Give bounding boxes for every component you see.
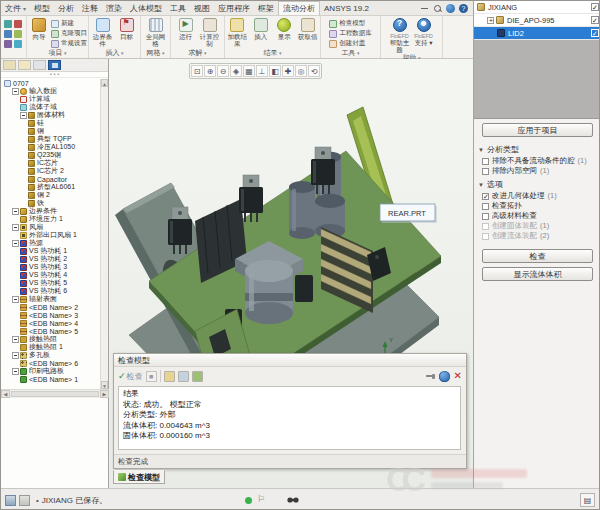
user-icon[interactable] bbox=[446, 4, 455, 13]
ribbon-item-新建[interactable]: 新建 bbox=[51, 19, 87, 28]
menu-tab-人体模型[interactable]: 人体模型 bbox=[126, 1, 166, 15]
section-header-选项[interactable]: ▼选项 bbox=[474, 176, 600, 191]
ribbon-group-label[interactable]: 项目 ▾ bbox=[27, 48, 88, 58]
tree-item[interactable]: 计算域 bbox=[1, 95, 101, 103]
search-icon[interactable] bbox=[433, 4, 442, 13]
collapse-icon[interactable] bbox=[12, 352, 19, 359]
ribbon-item-获取值[interactable]: 获取值 bbox=[297, 18, 320, 40]
tree-item[interactable]: IC芯片 bbox=[1, 159, 101, 167]
scroll-left-icon[interactable]: ◀ bbox=[1, 390, 10, 398]
collapse-icon[interactable] bbox=[12, 224, 19, 231]
tree-vertical-scrollbar[interactable]: ▲ ▼ bbox=[100, 79, 108, 389]
menu-tab-工具[interactable]: 工具 bbox=[166, 1, 190, 15]
status-corner-icon[interactable]: ▤ bbox=[580, 493, 595, 507]
tree-item[interactable]: VS 热功耗 3 bbox=[1, 263, 101, 271]
flow-analysis-tab[interactable] bbox=[48, 60, 61, 70]
menu-tab-框架[interactable]: 框架 bbox=[254, 1, 278, 15]
tree-item[interactable]: VS 热功耗 2 bbox=[1, 255, 101, 263]
collapse-icon[interactable] bbox=[12, 88, 19, 95]
collapse-icon[interactable] bbox=[12, 336, 19, 343]
section-header-分析类型[interactable]: ▼分析类型 bbox=[474, 141, 600, 156]
notification-icon[interactable] bbox=[19, 495, 30, 506]
collapse-icon[interactable] bbox=[12, 368, 19, 375]
tree-item[interactable]: 流体子域 bbox=[1, 103, 101, 111]
collapse-icon[interactable] bbox=[20, 112, 27, 119]
ribbon-item-向导[interactable]: 向导 bbox=[28, 18, 50, 40]
ribbon-item-目标[interactable]: 目标 bbox=[115, 18, 138, 40]
datum-display-icon[interactable]: ✚ bbox=[282, 65, 294, 77]
copy-icon[interactable] bbox=[178, 371, 189, 382]
menu-tab-应用程序[interactable]: 应用程序 bbox=[214, 1, 254, 15]
model-tree-tab[interactable] bbox=[3, 60, 16, 70]
scroll-up-icon[interactable]: ▲ bbox=[101, 79, 108, 87]
tree-item[interactable]: VS 热功耗 5 bbox=[1, 279, 101, 287]
capacitor[interactable] bbox=[289, 181, 315, 239]
check-model-tab[interactable]: 检查模型 bbox=[113, 470, 165, 484]
folder-browser-tab[interactable] bbox=[18, 60, 31, 70]
menu-tab-分析[interactable]: 分析 bbox=[54, 1, 78, 15]
redo-icon[interactable] bbox=[4, 30, 12, 38]
open-icon[interactable] bbox=[164, 371, 175, 382]
ribbon-item-插入[interactable]: 插入 bbox=[250, 18, 273, 40]
option-检查拓扑[interactable]: 检查拓扑 bbox=[474, 201, 600, 211]
ribbon-item-帮助主题[interactable]: FloEFD帮助主题 bbox=[388, 18, 411, 53]
tree-item[interactable]: 铁 bbox=[1, 199, 101, 207]
measure-icon[interactable] bbox=[14, 40, 22, 48]
ribbon-group-label[interactable]: 插入 ▾ bbox=[89, 48, 140, 58]
tree-item[interactable]: 挤型AL6061 bbox=[1, 183, 101, 191]
expand-icon[interactable] bbox=[487, 17, 494, 24]
option-排除内部空间[interactable]: 排除内部空间 (1) bbox=[474, 166, 600, 176]
tree-item[interactable]: <EDB Name> 2 bbox=[1, 303, 101, 311]
tree-item[interactable]: 接触热阻 1 bbox=[1, 343, 101, 351]
checkbox[interactable] bbox=[482, 168, 489, 175]
collapse-icon[interactable] bbox=[12, 296, 19, 303]
tree-item[interactable]: 冷压AL1050 bbox=[1, 143, 101, 151]
ribbon-item-克隆项目[interactable]: 克隆项目 bbox=[51, 29, 87, 38]
component-row-JIXIANG[interactable]: JIXIANG✓ bbox=[474, 1, 600, 14]
ribbon-group-label[interactable]: 结果 ▾ bbox=[225, 48, 320, 58]
menu-tab-渲染[interactable]: 渲染 bbox=[102, 1, 126, 15]
tree-item[interactable]: Q235钢 bbox=[1, 151, 101, 159]
check-button[interactable]: 检查 bbox=[482, 249, 593, 263]
tree-item[interactable]: 辐射表面 bbox=[1, 295, 101, 303]
tree-item[interactable]: 输入数据 bbox=[1, 87, 101, 95]
tree-item[interactable]: <EDB Name> 5 bbox=[1, 327, 101, 335]
reorient-icon[interactable]: ◈ bbox=[230, 65, 242, 77]
model-status-icon[interactable] bbox=[5, 495, 16, 506]
small-component[interactable] bbox=[295, 275, 313, 302]
component-checkbox[interactable]: ✓ bbox=[591, 3, 599, 11]
close-icon[interactable]: ✕ bbox=[454, 371, 462, 381]
annotation-display-icon[interactable]: ◎ bbox=[295, 65, 307, 77]
ribbon-item-全局网格[interactable]: 全局网格 bbox=[144, 18, 167, 47]
menu-tab-ANSYS 19.2[interactable]: ANSYS 19.2 bbox=[320, 1, 373, 15]
tree-item[interactable]: VS 热功耗 4 bbox=[1, 271, 101, 279]
tree-item[interactable]: 固体材料 bbox=[1, 111, 101, 119]
ribbon-item-工程数据库[interactable]: 工程数据库 bbox=[329, 29, 372, 38]
component-checkbox[interactable]: ✓ bbox=[591, 16, 599, 24]
ribbon-item-显示[interactable]: 显示 bbox=[273, 18, 296, 40]
scroll-down-icon[interactable]: ▼ bbox=[101, 381, 108, 389]
stop-icon[interactable]: ■ bbox=[146, 371, 157, 382]
minimize-icon[interactable] bbox=[420, 4, 429, 13]
tree-item[interactable]: VS 热功耗 1 bbox=[1, 247, 101, 255]
favorites-tab[interactable] bbox=[33, 60, 46, 70]
menu-tab-注释[interactable]: 注释 bbox=[78, 1, 102, 15]
ribbon-item-加载结果[interactable]: 加载结果 bbox=[226, 18, 249, 47]
ribbon-item-计算控制[interactable]: 计算控制 bbox=[198, 18, 221, 47]
tree-item[interactable]: <EDB Name> 4 bbox=[1, 319, 101, 327]
tree-item[interactable]: 热源 bbox=[1, 239, 101, 247]
ribbon-group-label[interactable]: 求解 ▾ bbox=[171, 48, 224, 58]
tree-item[interactable]: 0707 bbox=[1, 79, 101, 87]
menu-tab-流动分析[interactable]: 流动分析 bbox=[278, 1, 320, 15]
tree-item[interactable]: <EDB Name> 6 bbox=[1, 359, 101, 367]
tree-item[interactable]: 硅 bbox=[1, 119, 101, 127]
component-row-DIE_APO-995[interactable]: DIE_APO-995✓ bbox=[474, 14, 600, 27]
tree-item[interactable]: 多孔板 bbox=[1, 351, 101, 359]
ribbon-item-运行[interactable]: 运行 bbox=[174, 18, 197, 40]
spin-center-icon[interactable]: ⟲ bbox=[308, 65, 320, 77]
flag-icon[interactable]: ⚐ bbox=[257, 494, 265, 504]
select-icon[interactable] bbox=[4, 40, 12, 48]
tree-item[interactable]: VS 热功耗 6 bbox=[1, 287, 101, 295]
option-排除不具备流动条件的腔[interactable]: 排除不具备流动条件的腔 (1) bbox=[474, 156, 600, 166]
collapse-icon[interactable] bbox=[12, 240, 19, 247]
